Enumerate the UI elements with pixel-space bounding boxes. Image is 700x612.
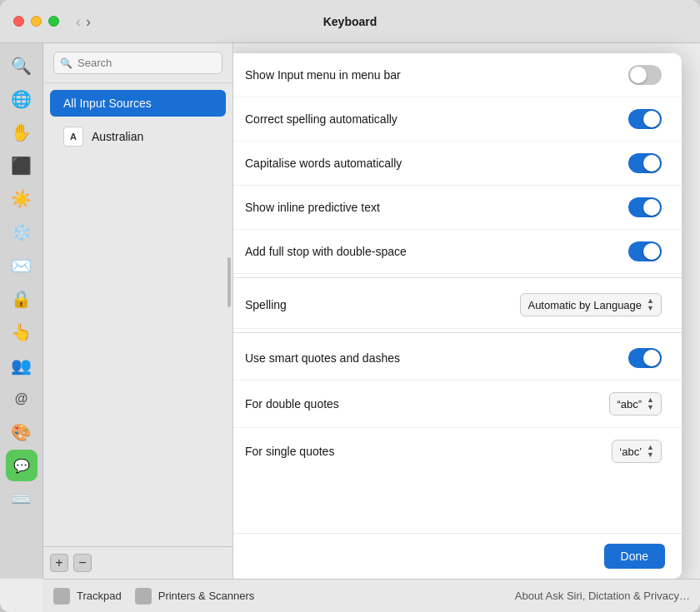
toggle-inline-predictive[interactable] [628,197,662,217]
settings-content: Show Input menu in menu bar Correct spel… [225,53,682,533]
toggle-knob-capitalise-words [643,155,660,172]
sidebar-icon-search[interactable]: 🔍 [6,50,38,82]
bottom-bar: Trackpad Printers & Scanners About Ask S… [43,579,700,612]
toggle-knob-full-stop [643,243,660,260]
sidebar-icon-touch[interactable]: 👆 [6,316,38,348]
sidebar-icon-notifications[interactable]: ❄️ [6,216,38,248]
toggle-correct-spelling[interactable] [628,109,662,129]
setting-label-show-input-menu: Show Input menu in menu bar [245,68,401,82]
setting-row-correct-spelling: Correct spelling automatically [225,97,682,142]
single-quotes-select[interactable]: ‘abc’ ▲ ▼ [612,440,662,463]
toggle-capitalise-words[interactable] [628,153,662,173]
sidebar-icon-users[interactable]: 👥 [6,350,38,381]
toggle-knob-correct-spelling [643,111,660,127]
remove-source-button[interactable]: − [73,554,92,572]
setting-row-capitalise-words: Capitalise words automatically [225,142,682,186]
divider-1 [225,277,682,278]
system-prefs-sidebar: 🔍 🌐 ✋ ⬛ ☀️ ❄️ ✉️ 🔒 👆 👥 @ 🎨 💬 ⌨️ [0,43,43,579]
all-input-sources-item[interactable]: All Input Sources [50,90,226,117]
search-bar: 🔍 [43,43,232,83]
divider-2 [225,332,682,333]
toggle-full-stop[interactable] [628,241,662,261]
setting-label-capitalise-words: Capitalise words automatically [245,157,402,170]
setting-label-inline-predictive: Show inline predictive text [245,201,380,214]
sidebar-icon-keyboard[interactable]: ⌨️ [6,483,38,515]
spelling-select[interactable]: Automatic by Language ▲ ▼ [520,293,662,316]
sidebar-icon-messages[interactable]: 💬 [6,450,38,481]
setting-row-inline-predictive: Show inline predictive text [225,186,682,230]
toggle-smart-quotes[interactable] [628,348,662,368]
setting-label-smart-quotes: Use smart quotes and dashes [245,351,400,365]
setting-row-show-input-menu: Show Input menu in menu bar [225,53,682,97]
printers-item[interactable]: Printers & Scanners [135,588,255,605]
setting-row-spelling: Spelling Automatic by Language ▲ ▼ [225,281,682,329]
trackpad-item[interactable]: Trackpad [53,588,122,605]
search-icon: 🔍 [60,57,72,69]
double-quotes-value: “abc” [617,398,642,410]
sidebar-icon-security[interactable]: 🔒 [6,283,38,315]
setting-row-full-stop: Add full stop with double-space [225,230,682,274]
forward-arrow[interactable]: › [86,14,91,29]
sidebar-icon-mail[interactable]: ✉️ [6,250,38,281]
sidebar-icon-display[interactable]: ⬛ [6,150,38,182]
sidebar-icon-colors[interactable]: 🎨 [6,416,38,448]
lang-icon: A [63,127,83,147]
sidebar-scrollbar[interactable] [228,257,231,307]
toggle-knob-show-input-menu [630,67,647,83]
close-button[interactable] [13,16,24,27]
setting-row-single-quotes: For single quotes ‘abc’ ▲ ▼ [225,428,682,475]
spelling-value: Automatic by Language [528,299,642,311]
sidebar-icon-at[interactable]: @ [6,383,38,415]
panel-footer: Done [225,533,682,579]
setting-row-smart-quotes: Use smart quotes and dashes [225,336,682,381]
window-title: Keyboard [323,15,378,28]
printers-icon [135,588,152,605]
trackpad-icon [53,588,70,605]
toggle-show-input-menu[interactable] [628,65,662,85]
sidebar-list: All Input Sources A Australian [43,83,232,546]
back-arrow[interactable]: ‹ [76,14,81,29]
done-button[interactable]: Done [604,544,665,569]
add-source-button[interactable]: + [50,554,68,572]
single-quotes-arrows: ▲ ▼ [647,444,654,459]
settings-panel: Show Input menu in menu bar Correct spel… [225,53,682,579]
sidebar-icon-accessibility[interactable]: ✋ [6,117,38,148]
nav-arrows: ‹ › [76,14,91,29]
sidebar-bottom: + − [43,546,232,579]
toggle-knob-smart-quotes [643,350,660,366]
toggle-knob-inline-predictive [643,199,660,216]
setting-label-spelling: Spelling [245,298,287,311]
main-window: ‹ › Keyboard 🔍 🌐 ✋ ⬛ ☀️ ❄️ ✉️ 🔒 👆 👥 @ 🎨 … [0,0,700,612]
titlebar: ‹ › Keyboard [0,0,700,43]
trackpad-label: Trackpad [77,590,122,602]
single-quotes-value: ‘abc’ [619,445,642,458]
traffic-lights [13,16,59,27]
double-quotes-arrows: ▲ ▼ [647,396,654,411]
input-sources-sidebar: 🔍 All Input Sources A Australian + − [43,43,233,579]
minimize-button[interactable] [31,16,42,27]
sidebar-icon-battery[interactable]: ☀️ [6,183,38,215]
setting-row-double-quotes: For double quotes “abc” ▲ ▼ [225,381,682,428]
setting-label-double-quotes: For double quotes [245,397,339,410]
setting-label-single-quotes: For single quotes [245,445,334,458]
about-link[interactable]: About Ask Siri, Dictation & Privacy… [515,590,690,602]
printers-label: Printers & Scanners [158,590,255,602]
search-input[interactable] [53,52,222,74]
australian-language-item[interactable]: A Australian [50,120,226,153]
sidebar-icon-network[interactable]: 🌐 [6,83,38,115]
setting-label-full-stop: Add full stop with double-space [245,245,407,258]
maximize-button[interactable] [48,16,59,27]
double-quotes-select[interactable]: “abc” ▲ ▼ [609,392,662,415]
setting-label-correct-spelling: Correct spelling automatically [245,112,398,126]
spelling-arrows: ▲ ▼ [647,297,654,312]
